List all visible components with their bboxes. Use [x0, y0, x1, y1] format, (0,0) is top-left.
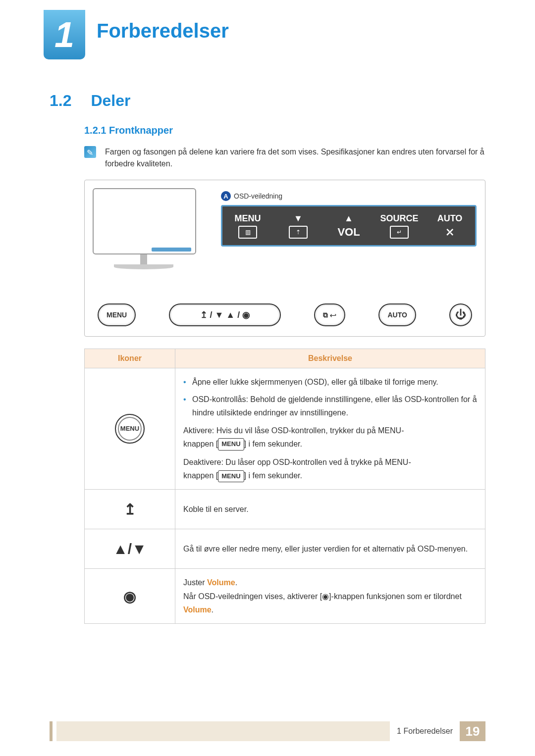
up-down-icon: ▲/▼	[113, 541, 147, 557]
note-icon	[84, 146, 96, 158]
subsection: 1.2.1 Frontknapper Fargen og fasongen på…	[84, 125, 485, 624]
desc-cell-menu: Åpne eller lukke skjermmenyen (OSD), ell…	[175, 368, 485, 490]
osd-up-label: ▲	[344, 213, 353, 224]
menu-button[interactable]: MENU	[98, 303, 136, 326]
note-row: Fargen og fasongen på delene kan variere…	[84, 146, 485, 170]
section-title: Deler	[91, 92, 130, 109]
chapter-number: 1	[54, 14, 74, 55]
desc-cell-updown: Gå til øvre eller nedre meny, eller just…	[175, 529, 485, 569]
osd-menu-label: MENU	[235, 213, 261, 224]
section-number: 1.2	[50, 92, 71, 109]
callout-label: A OSD-veiledning	[221, 191, 282, 201]
osd-seg-up-vol: ▲ VOL	[323, 206, 374, 245]
note-text: Fargen og fasongen på delene kan variere…	[105, 146, 485, 170]
icon-cell-updown: ▲/▼	[85, 529, 175, 569]
chapter-tab: 1	[44, 10, 85, 59]
server-up-icon: ↥	[124, 501, 136, 517]
page-number: 19	[460, 721, 485, 741]
desc-cell-volume: Juster Volume. Når OSD-veiledningen vise…	[175, 569, 485, 624]
description-table: Ikoner Beskrivelse MENU Åpne eller lukke…	[84, 349, 485, 624]
diagram: A OSD-veiledning MENU ▥ ▼ ⇡ ▲ VOL SOURCE	[84, 180, 485, 337]
volume-accent: Volume	[207, 578, 235, 587]
server-up-icon: ⇡	[289, 226, 308, 239]
source-enter-button[interactable]: ⧉ ↩	[314, 303, 345, 326]
desc-cell-server: Koble til en server.	[175, 490, 485, 529]
button-row: MENU ↥ / ▼ ▲ / ◉ ⧉ ↩ AUTO ⏻	[98, 303, 472, 326]
callout-label-text: OSD-veiledning	[234, 192, 282, 200]
page-footer: 1 Forberedelser 19	[50, 721, 485, 741]
table-row: MENU Åpne eller lukke skjermmenyen (OSD)…	[85, 368, 485, 490]
osd-seg-menu: MENU ▥	[222, 206, 273, 245]
menu-deactivate-line: Deaktivere: Du låser opp OSD-kontrollen …	[183, 455, 477, 482]
monitor-illustration	[93, 188, 194, 269]
footer-label: 1 Forberedelser	[390, 727, 460, 736]
subsection-heading: 1.2.1 Frontknapper	[84, 125, 485, 136]
inline-target-icon: ◉	[322, 592, 329, 601]
cross-icon: ⤫	[445, 226, 454, 239]
osd-panel: MENU ▥ ▼ ⇡ ▲ VOL SOURCE ↵ AUTO ⤫	[221, 205, 477, 247]
nav-adjust-button[interactable]: ↥ / ▼ ▲ / ◉	[169, 303, 281, 326]
table-row: ◉ Juster Volume. Når OSD-veiledningen vi…	[85, 569, 485, 624]
menu-activate-line: Aktivere: Hvis du vil låse OSD-kontrolle…	[183, 424, 477, 451]
circle-a-icon: A	[221, 191, 231, 201]
enter-icon: ↵	[390, 226, 409, 239]
section-heading: 1.2 Deler	[50, 92, 485, 110]
icon-cell-server: ↥	[85, 490, 175, 529]
target-dot-icon: ◉	[123, 588, 136, 605]
subsection-title: Frontknapper	[109, 125, 173, 136]
osd-vol-label: VOL	[337, 226, 360, 239]
volume-accent-2: Volume	[183, 605, 212, 614]
th-desc: Beskrivelse	[175, 349, 485, 368]
menu-bars-icon: ▥	[238, 226, 257, 239]
osd-seg-auto: AUTO ⤫	[425, 206, 475, 245]
th-icons: Ikoner	[85, 349, 175, 368]
subsection-number: 1.2.1	[84, 125, 106, 136]
icon-cell-menu: MENU	[85, 368, 175, 490]
menu-circle-icon: MENU	[115, 414, 145, 444]
osd-seg-source: SOURCE ↵	[374, 206, 425, 245]
osd-down-label: ▼	[294, 213, 303, 224]
auto-button[interactable]: AUTO	[378, 303, 416, 326]
menu-inline-pill: MENU	[218, 438, 244, 450]
osd-source-label: SOURCE	[380, 213, 418, 224]
footer-accent-bar	[50, 721, 53, 741]
table-row: ▲/▼ Gå til øvre eller nedre meny, eller …	[85, 529, 485, 569]
table-row: ↥ Koble til en server.	[85, 490, 485, 529]
icon-cell-volume: ◉	[85, 569, 175, 624]
menu-bullet-2: OSD-kontrollås: Behold de gjeldende inns…	[183, 393, 477, 419]
osd-seg-down: ▼ ⇡	[273, 206, 323, 245]
footer-bg-bar	[56, 721, 390, 741]
osd-auto-label: AUTO	[437, 213, 463, 224]
chapter-title: Forberedelser	[97, 20, 229, 42]
menu-inline-pill-2: MENU	[218, 470, 244, 482]
power-button[interactable]: ⏻	[449, 303, 472, 326]
section: 1.2 Deler 1.2.1 Frontknapper Fargen og f…	[50, 92, 485, 624]
menu-bullet-1: Åpne eller lukke skjermmenyen (OSD), ell…	[183, 375, 477, 389]
